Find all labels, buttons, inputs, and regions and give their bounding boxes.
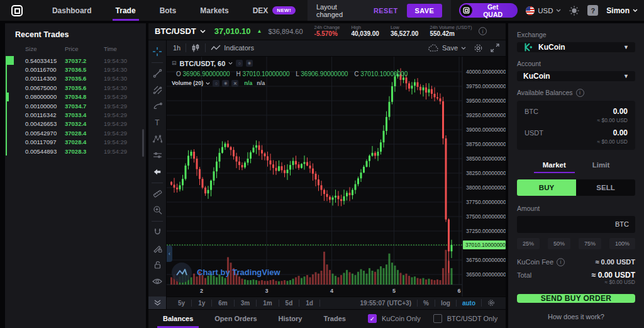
us-flag-icon bbox=[526, 6, 535, 15]
crosshair-icon[interactable] bbox=[150, 45, 164, 58]
zoom-in-icon[interactable] bbox=[150, 204, 164, 217]
svg-text:3: 3 bbox=[265, 288, 268, 294]
chevron-down-icon: ▼ bbox=[623, 73, 629, 79]
info-icon[interactable]: i bbox=[557, 258, 565, 266]
tab-market[interactable]: Market bbox=[534, 159, 575, 173]
trade-price: 37028.4 bbox=[65, 139, 104, 145]
chart-range-5d[interactable]: 5d bbox=[279, 300, 300, 307]
nav-tab-dashboard[interactable]: Dashboard bbox=[40, 0, 104, 21]
buy-button[interactable]: BUY bbox=[517, 179, 576, 196]
arrow-tool-icon[interactable] bbox=[150, 166, 164, 178]
layout-changed-bar: Layout changed RESET SAVE bbox=[308, 0, 451, 21]
price-up-icon: ▲ bbox=[257, 28, 262, 34]
panel-collapse-tab[interactable]: ‹ bbox=[167, 246, 172, 262]
kucoin-only-checkbox[interactable]: ✓ KuCoin Only bbox=[368, 314, 421, 323]
send-order-button[interactable]: SEND BUY ORDER bbox=[517, 294, 635, 303]
table-row: 0.0800000037034.819:54:29 bbox=[5, 93, 146, 101]
xabcd-pattern-icon[interactable] bbox=[150, 133, 164, 145]
tab-history[interactable]: History bbox=[269, 310, 312, 328]
quadency-logo[interactable] bbox=[10, 4, 24, 18]
drawing-lock-icon[interactable] bbox=[150, 242, 164, 255]
chart-range-6m[interactable]: 6m bbox=[212, 300, 234, 307]
new-badge: NEW! bbox=[272, 6, 296, 14]
svg-text:37500.00000000: 37500.00000000 bbox=[466, 213, 506, 220]
pair-only-checkbox[interactable]: BTC/USDT Only bbox=[433, 314, 497, 323]
table-row: 0.5403341537037.219:54:30 bbox=[5, 56, 146, 65]
text-tool-icon[interactable]: T bbox=[150, 116, 164, 129]
pitchfork-icon[interactable] bbox=[150, 84, 164, 96]
trade-size: 0.00544893 bbox=[25, 148, 65, 155]
tab-balances[interactable]: Balances bbox=[153, 310, 203, 328]
cloud-save-button[interactable]: Save bbox=[428, 44, 466, 52]
percent-100-button[interactable]: 100% bbox=[609, 238, 635, 249]
info-icon[interactable]: i bbox=[576, 89, 584, 97]
chart-range-5y[interactable]: 5y bbox=[172, 300, 192, 307]
theme-toggle-icon[interactable] bbox=[569, 6, 579, 16]
candlestick-chart[interactable]: 36500.0000000036750.0000000037000.000000… bbox=[167, 57, 506, 297]
nav-tab-trade[interactable]: Trade bbox=[104, 0, 148, 21]
trade-time: 19:54:29 bbox=[104, 139, 127, 145]
indicators-button[interactable]: Indicators bbox=[211, 44, 254, 52]
sell-button[interactable]: SELL bbox=[576, 179, 635, 196]
log-scale-button[interactable]: log bbox=[435, 300, 456, 307]
tab-trades[interactable]: Trades bbox=[314, 310, 355, 328]
trade-size-indicator bbox=[6, 83, 7, 92]
stat-low: Low 36,527.00 bbox=[391, 25, 419, 38]
auto-scale-button[interactable]: auto bbox=[456, 300, 481, 307]
ruler-icon[interactable] bbox=[150, 188, 164, 200]
svg-text:39750.00000000: 39750.00000000 bbox=[466, 83, 506, 89]
chart-range-3m[interactable]: 3m bbox=[235, 300, 257, 307]
stat-24h-change: 24h Change -5.570% bbox=[314, 25, 340, 38]
brush-icon[interactable] bbox=[150, 100, 164, 113]
account-dropdown[interactable]: KuCoin ▼ bbox=[517, 71, 635, 81]
chart-settings-icon[interactable] bbox=[474, 43, 483, 53]
recent-trades-title: Recent Trades bbox=[5, 23, 146, 45]
chart-range-1m[interactable]: 1m bbox=[257, 300, 279, 307]
checkbox-checked-icon: ✓ bbox=[368, 314, 377, 323]
scrollbar[interactable] bbox=[142, 129, 144, 157]
nav-tab-bots[interactable]: Bots bbox=[148, 0, 189, 21]
interval-selector[interactable]: 1h bbox=[173, 44, 180, 52]
range-buttons: 5y1y6m3m1m5d1d bbox=[172, 300, 320, 307]
get-quad-button[interactable]: Get QUAD bbox=[459, 3, 518, 18]
nav-tab-dex[interactable]: DEXNEW! bbox=[241, 0, 308, 21]
chevron-down-icon bbox=[461, 47, 466, 50]
currency-selector[interactable]: USD bbox=[526, 6, 561, 15]
reset-button[interactable]: RESET bbox=[374, 7, 398, 14]
info-icon[interactable]: i bbox=[479, 27, 487, 35]
recent-trades-header: Size Price Time bbox=[5, 45, 146, 56]
svg-text:38500.00000000: 38500.00000000 bbox=[466, 156, 506, 162]
save-button[interactable]: SAVE bbox=[407, 4, 443, 18]
bottom-settings-icon[interactable] bbox=[481, 299, 501, 307]
lock-icon[interactable] bbox=[150, 259, 164, 271]
pair-selector[interactable]: BTC/USDT bbox=[155, 26, 206, 36]
percent-scale-button[interactable]: % bbox=[417, 300, 435, 307]
trade-size-indicator bbox=[6, 110, 7, 119]
last-price: 37,010.10 bbox=[214, 26, 251, 36]
forecast-icon[interactable] bbox=[150, 149, 164, 162]
percent-25-button[interactable]: 25% bbox=[517, 238, 540, 249]
trade-size-indicator bbox=[6, 147, 7, 156]
trade-price: 37035.6 bbox=[65, 84, 104, 91]
eye-icon[interactable] bbox=[150, 275, 164, 288]
tab-limit[interactable]: Limit bbox=[584, 159, 618, 173]
collapse-toolbar-icon[interactable] bbox=[148, 297, 166, 309]
tradingview-logo-icon bbox=[172, 263, 192, 283]
candle-style-icon[interactable] bbox=[191, 43, 200, 53]
trend-line-icon[interactable] bbox=[150, 67, 164, 80]
help-icon[interactable]: ? bbox=[587, 5, 598, 16]
chart-range-1d[interactable]: 1d bbox=[299, 300, 320, 307]
user-menu[interactable]: Simon bbox=[606, 6, 638, 15]
chart-clock[interactable]: 19:55:07 (UTC+3) bbox=[355, 300, 417, 307]
nav-tab-markets[interactable]: Markets bbox=[188, 0, 240, 21]
tab-open-orders[interactable]: Open Orders bbox=[205, 310, 266, 328]
chart-range-1y[interactable]: 1y bbox=[192, 300, 212, 307]
percent-50-button[interactable]: 50% bbox=[548, 238, 570, 249]
exchange-dropdown[interactable]: KuCoin ▼ bbox=[517, 42, 635, 52]
magnet-icon[interactable] bbox=[150, 226, 164, 239]
bottom-tabs: Balances Open Orders History Trades ✓ Ku… bbox=[148, 309, 506, 328]
how-it-works-link[interactable]: How does it work? bbox=[517, 313, 635, 320]
price-chart[interactable]: 36500.0000000036750.0000000037000.000000… bbox=[167, 57, 506, 297]
fullscreen-icon[interactable] bbox=[491, 43, 499, 52]
percent-75-button[interactable]: 75% bbox=[579, 238, 601, 249]
